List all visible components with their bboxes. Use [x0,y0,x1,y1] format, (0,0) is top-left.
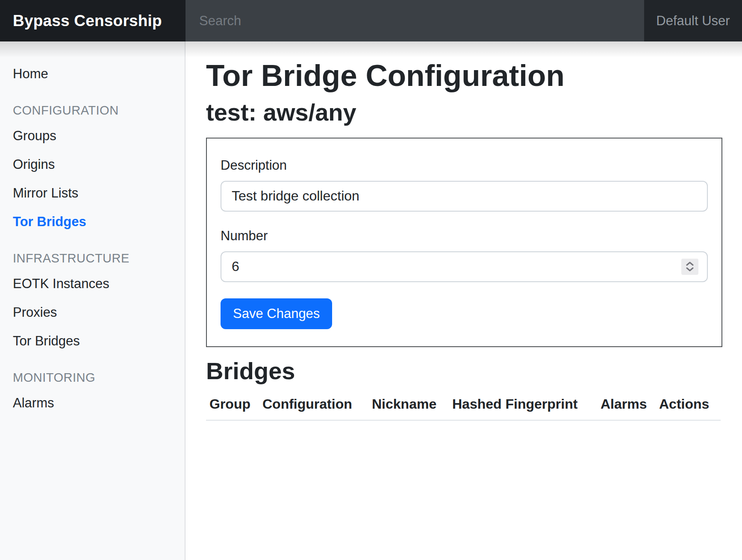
column-header-group: Group [206,390,259,420]
sidebar-item-eotk-instances[interactable]: EOTK Instances [0,269,185,298]
sidebar-item-tor-bridges-infra[interactable]: Tor Bridges [0,327,185,355]
description-field-wrap [221,181,708,212]
sidebar-item-mirror-lists[interactable]: Mirror Lists [0,179,185,207]
user-menu-label: Default User [656,13,730,29]
app-window: Bypass Censorship Default User Home CONF… [0,0,742,560]
main-content: Tor Bridge Configuration test: aws/any D… [186,41,742,560]
brand-link[interactable]: Bypass Censorship [0,0,186,41]
sidebar-heading-infrastructure: INFRASTRUCTURE [13,251,172,266]
sidebar-item-tor-bridges[interactable]: Tor Bridges [0,207,185,236]
column-header-configuration: Configuration [259,390,368,420]
description-input[interactable] [221,181,708,212]
number-field-wrap [221,251,708,282]
top-navbar: Bypass Censorship Default User [0,0,742,41]
layout-row: Home CONFIGURATION Groups Origins Mirror… [0,41,742,560]
column-header-hashed-fingerprint: Hashed Fingerprint [449,390,597,420]
number-stepper[interactable] [681,259,698,275]
column-header-actions: Actions [656,390,721,420]
page-title: Tor Bridge Configuration [206,58,722,94]
column-header-alarms: Alarms [597,390,656,420]
bridge-config-form: Description Number S [206,138,722,347]
description-label: Description [221,157,708,173]
sidebar-item-proxies[interactable]: Proxies [0,298,185,327]
stepper-down-icon[interactable] [686,267,694,271]
sidebar-item-origins[interactable]: Origins [0,150,185,179]
number-input[interactable] [221,251,708,282]
search-input[interactable] [186,0,644,41]
sidebar-item-alarms[interactable]: Alarms [0,389,185,417]
sidebar-heading-configuration: CONFIGURATION [13,103,172,118]
sidebar-item-groups[interactable]: Groups [0,121,185,150]
sidebar: Home CONFIGURATION Groups Origins Mirror… [0,41,186,560]
sidebar-heading-monitoring: MONITORING [13,370,172,385]
column-header-nickname: Nickname [368,390,449,420]
user-menu[interactable]: Default User [644,0,742,41]
number-label: Number [221,228,708,244]
bridges-table-header: Group Configuration Nickname Hashed Fing… [206,390,721,420]
page-subtitle: test: aws/any [206,98,722,127]
save-changes-button[interactable]: Save Changes [221,298,332,329]
bridges-table: Group Configuration Nickname Hashed Fing… [206,390,721,421]
sidebar-item-home[interactable]: Home [0,59,185,88]
bridges-section-heading: Bridges [206,357,722,385]
stepper-up-icon[interactable] [686,262,694,266]
